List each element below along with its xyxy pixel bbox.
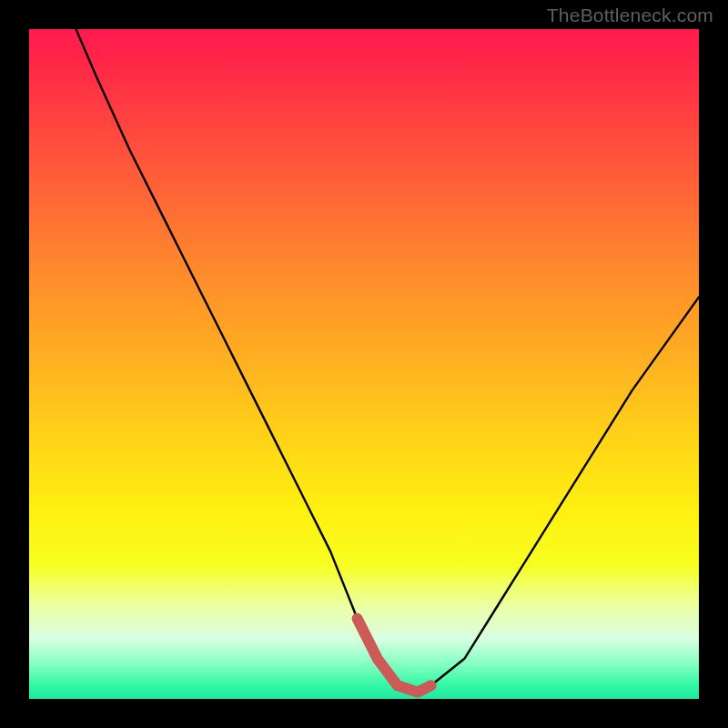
plot-area [29, 29, 699, 699]
chart-frame: TheBottleneck.com [0, 0, 728, 728]
chart-svg [29, 29, 699, 699]
valley-highlight-line [358, 619, 431, 693]
bottleneck-curve-line [76, 29, 700, 693]
watermark-text: TheBottleneck.com [547, 5, 713, 26]
